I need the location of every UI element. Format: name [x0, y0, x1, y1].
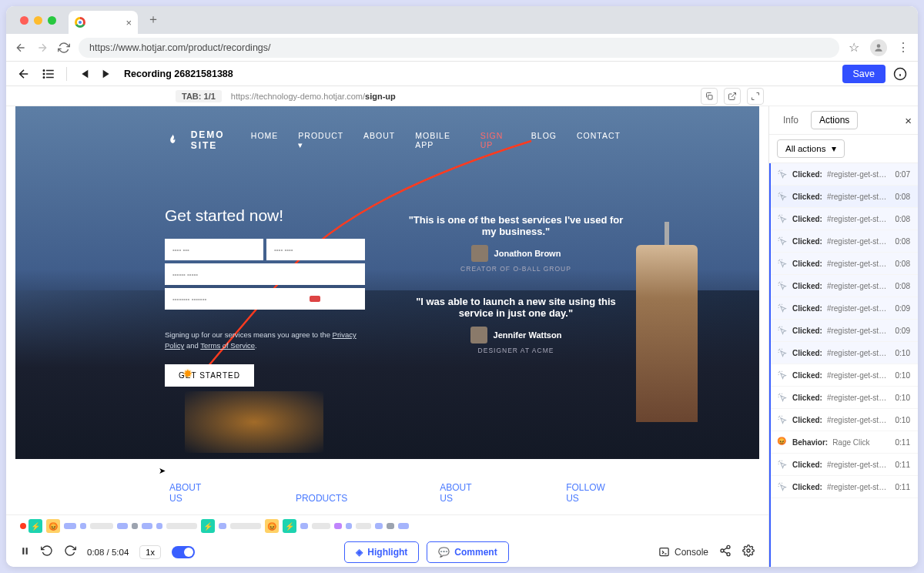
- footer-about-1[interactable]: ABOUT US: [169, 482, 203, 504]
- nav-home[interactable]: HOME: [251, 131, 279, 149]
- click-icon: [777, 191, 788, 202]
- prev-recording-icon[interactable]: [78, 68, 90, 80]
- share-icon[interactable]: [719, 545, 732, 559]
- action-row[interactable]: Clicked:#register-get-started0:08: [769, 275, 918, 297]
- reload-icon[interactable]: [57, 41, 71, 55]
- action-target: Rage Click: [832, 438, 890, 447]
- action-row[interactable]: Clicked:#register-get-started0:10: [769, 342, 918, 364]
- action-target: #register-get-started: [827, 260, 891, 268]
- action-row[interactable]: Clicked:#register-get-started0:11: [769, 476, 918, 498]
- last-name-input[interactable]: [266, 239, 365, 260]
- playback-time: 0:08 / 5:04: [87, 548, 129, 557]
- action-target: #register-get-started: [827, 327, 891, 335]
- action-time: 0:09: [896, 304, 910, 313]
- playhead-icon: [20, 523, 26, 529]
- action-row[interactable]: 😡Behavior:Rage Click0:11: [769, 431, 918, 454]
- click-icon: [777, 303, 788, 313]
- action-row[interactable]: Clicked:#register-get-started0:10: [769, 409, 918, 431]
- action-row[interactable]: Clicked:#register-get-started0:10: [769, 387, 918, 409]
- nav-product[interactable]: PRODUCT ▾: [298, 131, 343, 149]
- svg-point-6: [43, 76, 45, 78]
- skip-forward-icon[interactable]: [64, 545, 76, 559]
- nav-signup[interactable]: SIGN UP: [480, 131, 511, 149]
- click-icon: [777, 459, 788, 470]
- action-row[interactable]: Clicked:#register-get-started0:09: [769, 297, 918, 320]
- click-icon: [777, 347, 788, 358]
- nav-mobile[interactable]: MOBILE APP: [415, 131, 460, 149]
- playback-speed[interactable]: 1x: [139, 545, 161, 559]
- chrome-icon: [75, 17, 85, 28]
- action-row[interactable]: Clicked:#register-get-started0:09: [769, 320, 918, 342]
- skip-inactivity-toggle[interactable]: [172, 546, 195, 558]
- fullscreen-window[interactable]: [48, 16, 56, 25]
- recording-viewport: HOTEL METROPOL DEMO SITE HOME PRODUCT ▾ …: [15, 106, 759, 514]
- action-type: Clicked:: [792, 371, 822, 380]
- highlight-button[interactable]: ◈Highlight: [344, 541, 419, 563]
- tos-link[interactable]: Terms of Service: [200, 341, 255, 350]
- open-external-icon[interactable]: [724, 88, 741, 105]
- action-row[interactable]: Clicked:#register-get-started0:11: [769, 454, 918, 476]
- action-type: Clicked:: [792, 416, 822, 424]
- minimize-window[interactable]: [34, 16, 42, 25]
- close-panel-icon[interactable]: ×: [905, 114, 912, 127]
- avatar: [470, 327, 487, 343]
- action-time: 0:07: [896, 170, 910, 179]
- svg-line-18: [724, 551, 728, 554]
- skip-back-icon[interactable]: [41, 545, 53, 559]
- comment-icon: 💬: [438, 547, 450, 558]
- close-window[interactable]: [20, 16, 28, 25]
- tab-counter[interactable]: TAB: 1/1: [176, 90, 222, 102]
- console-icon: [658, 546, 670, 558]
- pause-button[interactable]: [20, 546, 30, 558]
- menu-icon[interactable]: ⋮: [896, 41, 910, 55]
- list-icon[interactable]: [42, 67, 55, 81]
- back-arrow-icon[interactable]: [17, 67, 31, 81]
- next-recording-icon[interactable]: [101, 68, 113, 80]
- profile-icon[interactable]: [870, 39, 887, 56]
- tab-info[interactable]: Info: [775, 112, 806, 129]
- save-button[interactable]: Save: [842, 65, 886, 83]
- new-tab-button[interactable]: ＋: [138, 6, 169, 34]
- svg-point-16: [727, 553, 730, 556]
- action-row[interactable]: Clicked:#register-get-started0:08: [769, 230, 918, 253]
- footer-products[interactable]: PRODUCTS: [296, 493, 347, 504]
- bookmark-icon[interactable]: ☆: [847, 41, 861, 55]
- action-row[interactable]: Clicked:#register-get-started0:08: [769, 208, 918, 230]
- console-button[interactable]: Console: [658, 546, 708, 558]
- action-time: 0:10: [896, 416, 910, 424]
- click-icon: [777, 392, 788, 403]
- action-row[interactable]: Clicked:#register-get-started0:08: [769, 186, 918, 208]
- close-tab-icon[interactable]: ×: [126, 17, 132, 28]
- browser-tab[interactable]: ×: [69, 11, 138, 34]
- nav-blog[interactable]: BLOG: [531, 131, 557, 149]
- back-icon[interactable]: [14, 41, 28, 55]
- forward-icon[interactable]: [35, 41, 49, 55]
- footer-about-2[interactable]: ABOUT US: [440, 482, 474, 504]
- action-time: 0:08: [896, 260, 910, 268]
- playback-timeline[interactable]: ⚡ 😡 ⚡ 😡 ⚡: [6, 515, 768, 537]
- rage-badge: 😡: [46, 519, 60, 533]
- address-bar[interactable]: https://www.hotjar.com/product/recording…: [79, 38, 839, 58]
- nav-contact[interactable]: CONTACT: [577, 131, 621, 149]
- get-started-button[interactable]: GET STARTED: [165, 364, 254, 387]
- action-row[interactable]: Clicked:#register-get-started0:10: [769, 364, 918, 387]
- expand-icon[interactable]: [747, 88, 764, 105]
- action-row[interactable]: Clicked:#register-get-started0:07: [769, 163, 918, 186]
- info-icon[interactable]: [893, 67, 907, 81]
- email-input[interactable]: [165, 263, 365, 285]
- action-type: Clicked:: [792, 327, 822, 335]
- comment-button[interactable]: 💬Comment: [427, 541, 508, 563]
- action-row[interactable]: Clicked:#register-get-started0:08: [769, 253, 918, 275]
- action-time: 0:11: [896, 461, 910, 469]
- click-icon: [777, 481, 788, 492]
- nav-about[interactable]: ABOUT: [363, 131, 395, 149]
- action-time: 0:09: [896, 327, 910, 335]
- settings-icon[interactable]: [742, 545, 755, 559]
- footer-follow[interactable]: FOLLOW US: [566, 482, 605, 504]
- first-name-input[interactable]: [165, 239, 263, 260]
- password-input[interactable]: [165, 288, 365, 310]
- copy-icon[interactable]: [701, 88, 718, 105]
- actions-filter[interactable]: All actions ▾: [777, 139, 845, 158]
- tab-actions[interactable]: Actions: [811, 111, 858, 129]
- actions-list[interactable]: Clicked:#register-get-started0:07Clicked…: [769, 163, 918, 567]
